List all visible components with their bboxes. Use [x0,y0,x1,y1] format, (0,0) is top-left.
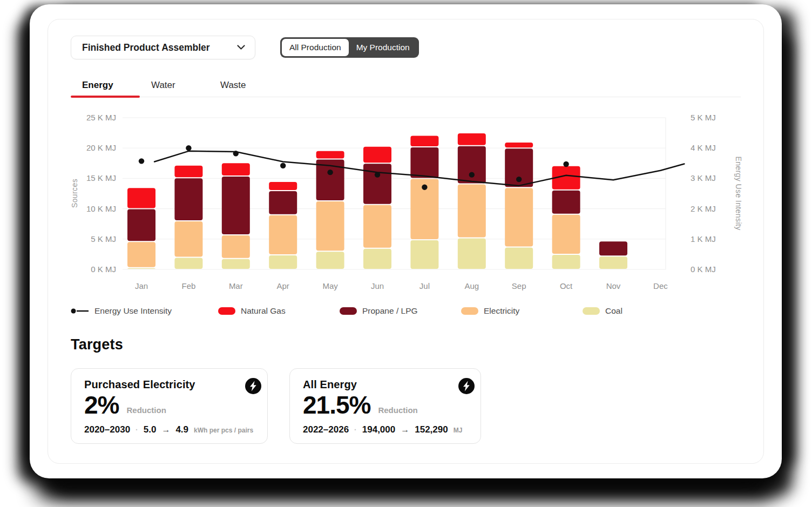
svg-text:25 K MJ: 25 K MJ [86,113,116,122]
legend-label: Energy Use Intensity [94,306,172,316]
dot-separator: · [136,425,138,434]
target-card-purchased-electricity: Purchased Electricity 2% Reduction 2020–… [71,368,268,444]
target-from-value: 194,000 [362,424,395,435]
svg-text:Dec: Dec [653,281,668,290]
propane-lpg-swatch [340,307,357,315]
svg-text:Sep: Sep [512,281,526,290]
lightning-bolt-icon [458,377,475,395]
svg-text:20 K MJ: 20 K MJ [86,143,116,152]
energy-sources-chart[interactable]: 0 K MJ0 K MJ5 K MJ1 K MJ10 K MJ2 K MJ15 … [71,109,741,298]
dot-separator: · [354,425,357,434]
legend-propane-lpg[interactable]: Propane / LPG [340,306,418,316]
top-bar: Finished Product Assembler All Productio… [71,36,741,59]
facility-dropdown[interactable]: Finished Product Assembler [71,36,255,59]
target-unit: MJ [454,427,463,434]
svg-text:1 K MJ: 1 K MJ [691,234,716,244]
svg-text:Energy Use Intensity: Energy Use Intensity [734,156,743,230]
legend-electricity[interactable]: Electricity [461,306,519,316]
svg-text:Aug: Aug [464,281,479,290]
legend-label: Coal [605,306,622,316]
svg-text:Nov: Nov [606,281,621,290]
legend-label: Natural Gas [241,306,286,316]
target-meta: 2022–2026 · 194,000 → 152,290 MJ [303,424,468,435]
target-from-value: 5.0 [144,424,157,435]
targets-heading: Targets [71,336,741,353]
legend-natural-gas[interactable]: Natural Gas [218,306,286,316]
tab-bar: Energy Water Waste [71,73,741,97]
page-background: Finished Product Assembler All Productio… [0,0,812,507]
svg-text:3 K MJ: 3 K MJ [691,173,716,182]
coal-swatch [583,307,600,315]
svg-text:Oct: Oct [560,281,573,290]
target-to-value: 152,290 [415,424,448,435]
svg-text:4 K MJ: 4 K MJ [691,143,716,152]
dashboard-panel: Finished Product Assembler All Productio… [48,19,764,464]
svg-text:Jan: Jan [135,281,148,290]
svg-text:0 K MJ: 0 K MJ [691,265,716,274]
target-period: 2020–2030 [84,424,130,435]
natural-gas-swatch [218,307,235,315]
tab-water[interactable]: Water [140,73,209,97]
svg-text:May: May [322,281,338,290]
svg-text:2 K MJ: 2 K MJ [691,204,716,213]
legend-coal[interactable]: Coal [583,306,622,316]
svg-text:15 K MJ: 15 K MJ [86,173,116,182]
target-card-all-energy: All Energy 21.5% Reduction 2022–2026 · 1… [289,368,481,444]
svg-text:5 K MJ: 5 K MJ [91,234,116,244]
target-meta: 2020–2030 · 5.0 → 4.9 kWh per pcs / pair… [84,424,254,435]
legend-energy-use-intensity[interactable]: Energy Use Intensity [71,306,172,316]
svg-text:Apr: Apr [277,281,289,290]
legend-label: Electricity [484,306,519,316]
legend-label: Propane / LPG [362,306,418,316]
target-to-value: 4.9 [175,424,188,435]
svg-text:Mar: Mar [229,281,243,290]
svg-text:5 K MJ: 5 K MJ [691,113,716,122]
svg-text:Jun: Jun [371,281,384,290]
target-cards: Purchased Electricity 2% Reduction 2020–… [71,368,741,444]
target-card-title: Purchased Electricity [84,378,254,391]
target-period: 2022–2026 [303,424,349,435]
production-toggle: All Production My Production [280,37,419,58]
toggle-all-production[interactable]: All Production [282,39,349,56]
lightning-bolt-icon [245,377,262,395]
chart-legend: Energy Use Intensity Natural Gas Propane… [71,306,741,319]
svg-text:Jul: Jul [419,281,430,290]
svg-text:Feb: Feb [181,281,195,290]
target-card-title: All Energy [303,378,468,391]
target-unit: kWh per pcs / pairs [194,427,253,434]
arrow-right-icon: → [161,425,170,435]
target-value: 21.5% [303,394,370,417]
chevron-down-icon [237,45,245,50]
target-value-suffix: Reduction [378,405,417,417]
svg-text:10 K MJ: 10 K MJ [86,204,116,213]
target-value-suffix: Reduction [126,405,166,417]
tab-waste[interactable]: Waste [209,73,278,97]
toggle-my-production[interactable]: My Production [349,39,417,56]
tab-energy[interactable]: Energy [71,73,140,97]
svg-text:Sources: Sources [71,179,79,208]
app-window: Finished Product Assembler All Productio… [30,4,782,478]
electricity-swatch [461,307,478,315]
svg-text:0 K MJ: 0 K MJ [91,265,116,274]
arrow-right-icon: → [401,425,409,435]
line-dot-icon [71,308,89,314]
facility-dropdown-value: Finished Product Assembler [82,42,210,53]
target-value: 2% [84,394,119,417]
